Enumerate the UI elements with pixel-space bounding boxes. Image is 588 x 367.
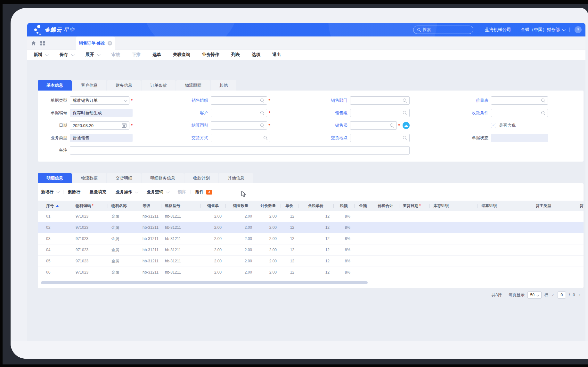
cell-material-name[interactable]: 金属 xyxy=(108,256,139,267)
table-row[interactable]: 01971023金属hb-31211hb-312112.002.002.0012… xyxy=(38,211,584,222)
cell-material-name[interactable]: 金属 xyxy=(108,211,139,222)
cell-material-name[interactable]: 金属 xyxy=(108,244,139,256)
cell-settle-org[interactable] xyxy=(478,267,532,278)
table-row[interactable]: 02971023金属hb-31211hb-312112.002.002.0012… xyxy=(38,222,584,233)
customer-lookup[interactable] xyxy=(211,109,267,117)
company-name[interactable]: 蓝海机械公司 xyxy=(485,27,511,33)
cell-settle-org[interactable] xyxy=(478,244,532,256)
cell-tax-unit-price[interactable]: 12 xyxy=(298,267,333,278)
cell-stock-org[interactable] xyxy=(429,222,478,233)
cell-spec-model[interactable]: hb-31211 xyxy=(161,233,200,244)
horizontal-scrollbar[interactable] xyxy=(41,281,368,284)
tab-detail-info[interactable]: 明细信息 xyxy=(38,173,72,183)
tab-receipt-plan[interactable]: 收款计划 xyxy=(184,173,218,183)
cloud-sync-icon[interactable]: ☁ xyxy=(403,122,410,129)
cell-seq[interactable]: 05 xyxy=(38,256,72,267)
search-input[interactable]: 搜索 xyxy=(413,26,473,34)
cell-tax-unit-price[interactable]: 12 xyxy=(298,256,333,267)
cell-price-qty[interactable]: 2.00 xyxy=(256,244,281,256)
cell-material-code[interactable]: 971023 xyxy=(72,211,108,222)
field-label-currency[interactable]: 结算币别 xyxy=(135,123,208,128)
cell-sale-qty[interactable]: 2.00 xyxy=(225,267,256,278)
search-icon[interactable] xyxy=(260,99,264,102)
table-row[interactable]: 06971023金属hb-31211hb-312112.002.002.0012… xyxy=(38,267,584,278)
column-header-stock-org[interactable]: 库存组织 xyxy=(429,201,478,211)
cell-grade[interactable]: hb-31211 xyxy=(139,222,161,233)
cell-price-qty[interactable]: 2.00 xyxy=(256,256,281,267)
search-icon[interactable] xyxy=(260,124,264,127)
column-header-unit-price[interactable]: 单价 xyxy=(281,201,298,211)
detail-toolbar-attachment[interactable]: 附件3 xyxy=(195,189,212,195)
column-header-seq[interactable]: 序号 xyxy=(38,201,72,211)
cell-tax-unit-price[interactable]: 12 xyxy=(298,244,333,256)
column-header-price-qty[interactable]: 计价数量 xyxy=(256,201,281,211)
cell-amount-with-tax[interactable] xyxy=(372,233,399,244)
toolbar-save[interactable]: 保存 xyxy=(60,52,74,58)
toolbar-list[interactable]: 列表 xyxy=(231,52,240,58)
cell-material-code[interactable]: 971023 xyxy=(72,244,108,256)
toolbar-new[interactable]: 新增 xyxy=(34,52,48,58)
cell-material-name[interactable]: 金属 xyxy=(108,267,139,278)
cell-seq[interactable]: 04 xyxy=(38,244,72,256)
column-header-sale-qty[interactable]: 销售数量 xyxy=(225,201,256,211)
cell-spec-model[interactable]: hb-31211 xyxy=(161,267,200,278)
cell-seq[interactable]: 02 xyxy=(38,222,72,233)
cell-amount[interactable] xyxy=(354,211,372,222)
toolbar-exit[interactable]: 退出 xyxy=(272,52,281,58)
column-header-sale-unit[interactable]: 销售单 xyxy=(200,201,225,211)
tab-other-info[interactable]: 其他信息 xyxy=(219,173,253,183)
cell-spec-model[interactable]: hb-31211 xyxy=(161,256,200,267)
toolbar-biz-operation[interactable]: 业务操作 xyxy=(202,52,219,58)
cell-grade[interactable]: hb-31211 xyxy=(139,267,161,278)
search-icon[interactable] xyxy=(260,111,264,115)
field-label-price-list[interactable]: 价目表 xyxy=(412,98,488,103)
column-header-amount[interactable]: 金额 xyxy=(354,201,372,211)
cell-grade[interactable]: hb-31211 xyxy=(139,256,161,267)
cell-demand-date[interactable] xyxy=(399,256,429,267)
cell-seq[interactable]: 01 xyxy=(38,211,72,222)
cell-amount[interactable] xyxy=(354,244,372,256)
search-icon[interactable] xyxy=(390,124,394,127)
cell-grade[interactable]: hb-31211 xyxy=(139,244,161,256)
cell-amount-with-tax[interactable] xyxy=(372,222,399,233)
cell-demand-date[interactable] xyxy=(399,222,429,233)
cell-seq[interactable]: 06 xyxy=(38,267,72,278)
tab-customer-info[interactable]: 客户信息 xyxy=(72,80,106,91)
bill-type-select[interactable]: 标准销售订单 xyxy=(70,96,129,105)
cell-material-code[interactable]: 971023 xyxy=(72,256,108,267)
cell-sale-unit[interactable]: 2.00 xyxy=(200,256,225,267)
cell-material-code[interactable]: 971023 xyxy=(72,267,108,278)
cell-tax-amount[interactable]: 8% xyxy=(333,256,354,267)
cell-unit-price[interactable]: 12 xyxy=(281,233,298,244)
cell-amount[interactable] xyxy=(354,233,372,244)
cell-sale-unit[interactable]: 2.00 xyxy=(200,222,225,233)
cell-stock-org[interactable] xyxy=(429,244,478,256)
cell-owner-type[interactable] xyxy=(532,256,576,267)
remark-input[interactable] xyxy=(70,146,410,155)
cell-owner-type[interactable] xyxy=(532,222,576,233)
cell-spec-model[interactable]: hb-31211 xyxy=(161,244,200,256)
cell-unit-price[interactable]: 12 xyxy=(281,244,298,256)
toolbar-select-bill[interactable]: 选单 xyxy=(152,52,161,58)
recv-condition-lookup[interactable] xyxy=(491,109,548,117)
cell-sale-qty[interactable]: 2.00 xyxy=(225,211,256,222)
cell-owner[interactable] xyxy=(576,211,584,222)
tab-finance-info[interactable]: 财务信息 xyxy=(107,80,141,91)
cell-unit-price[interactable]: 12 xyxy=(281,256,298,267)
cell-unit-price[interactable]: 12 xyxy=(281,222,298,233)
detail-toolbar-batch-fill[interactable]: 批量填充 xyxy=(90,189,106,195)
field-label-recv-condition[interactable]: 收款条件 xyxy=(412,110,488,116)
field-label-sale-dept[interactable]: 销售部门 xyxy=(273,98,347,103)
tab-delivery-detail[interactable]: 交货明细 xyxy=(107,173,141,183)
cell-unit-price[interactable]: 12 xyxy=(281,267,298,278)
price-list-lookup[interactable] xyxy=(491,96,548,105)
active-page-tab[interactable]: 销售订单-修改 ✕ xyxy=(76,36,115,50)
cell-material-name[interactable]: 金属 xyxy=(108,233,139,244)
delivery-place-lookup[interactable] xyxy=(350,134,410,142)
cell-seq[interactable]: 03 xyxy=(38,233,72,244)
table-row[interactable]: 05971023金属hb-31211hb-312112.002.002.0012… xyxy=(38,256,584,267)
cell-material-code[interactable]: 971023 xyxy=(72,222,108,233)
field-label-delivery-mode[interactable]: 交货方式 xyxy=(135,135,208,141)
salesman-lookup[interactable] xyxy=(350,121,397,130)
column-header-material-code[interactable]: 物料编码* xyxy=(72,201,108,211)
